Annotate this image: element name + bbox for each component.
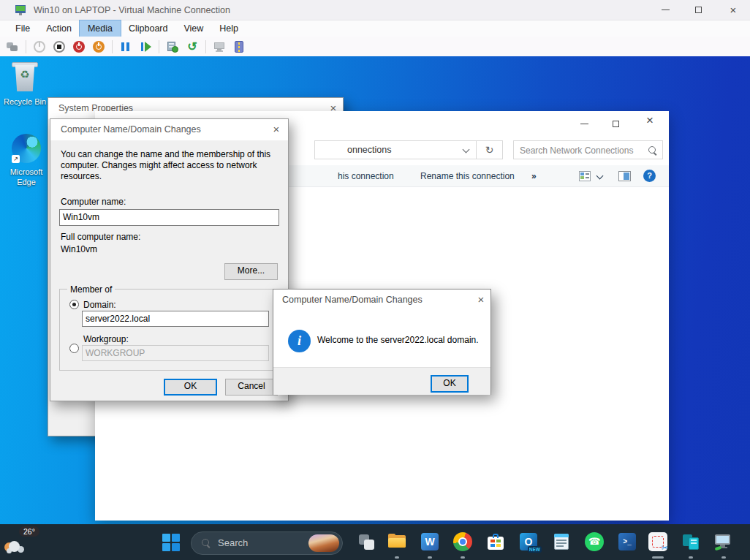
share-icon[interactable] bbox=[232, 40, 246, 53]
welcome-message: Welcome to the server2022.local domain. bbox=[317, 335, 479, 345]
hyper-v-manager-icon[interactable] bbox=[681, 532, 700, 551]
menu-help[interactable]: Help bbox=[211, 20, 246, 37]
welcome-dialog: Computer Name/Domain Changes × i Welcome… bbox=[273, 289, 491, 395]
shortcut-arrow-icon: ↗ bbox=[12, 155, 20, 163]
task-view-icon[interactable] bbox=[358, 534, 377, 553]
computer-name-dialog-title-bar: Computer Name/Domain Changes × bbox=[50, 119, 288, 140]
search-placeholder: Search Network Connections bbox=[520, 145, 633, 156]
minimize-icon[interactable] bbox=[580, 118, 588, 124]
info-icon: i bbox=[288, 330, 311, 352]
address-text: onnections bbox=[347, 145, 391, 155]
cancel-button[interactable]: Cancel bbox=[225, 379, 278, 396]
save-vm-icon[interactable] bbox=[92, 40, 105, 53]
recycle-bin-icon: ♻ bbox=[9, 61, 41, 93]
search-icon[interactable] bbox=[648, 146, 657, 155]
member-of-label: Member of bbox=[67, 284, 115, 295]
more-button[interactable]: More... bbox=[224, 263, 278, 280]
running-indicator bbox=[689, 556, 693, 559]
turn-off-vm-icon[interactable] bbox=[53, 40, 66, 53]
running-indicator bbox=[395, 556, 399, 559]
domain-radio[interactable] bbox=[69, 300, 79, 309]
word-icon[interactable]: W bbox=[420, 532, 439, 551]
computer-name-dialog-title: Computer Name/Domain Changes bbox=[61, 124, 201, 135]
active-app-indicator bbox=[652, 556, 664, 559]
diagnose-connection-command[interactable]: his connection bbox=[338, 165, 394, 187]
chevron-down-icon[interactable] bbox=[463, 146, 470, 154]
view-dropdown-icon[interactable] bbox=[596, 173, 604, 180]
edge-label-2: Edge bbox=[3, 178, 50, 186]
menu-view[interactable]: View bbox=[175, 20, 211, 37]
host-screen: Win10 on LAPTOP - Virtual Machine Connec… bbox=[0, 0, 750, 560]
vmconnect-title-bar: Win10 on LAPTOP - Virtual Machine Connec… bbox=[0, 0, 750, 20]
minimize-icon[interactable] bbox=[662, 10, 670, 10]
notepad-icon[interactable] bbox=[552, 532, 571, 551]
running-indicator bbox=[461, 556, 465, 559]
menu-file[interactable]: File bbox=[7, 20, 38, 37]
ok-button[interactable]: OK bbox=[164, 379, 217, 396]
outlook-new-badge: NEW bbox=[528, 546, 542, 553]
welcome-dialog-title: Computer Name/Domain Changes bbox=[282, 295, 423, 305]
vmconnect-window-title: Win10 on LAPTOP - Virtual Machine Connec… bbox=[34, 0, 230, 20]
edge-label-1: Microsoft bbox=[3, 167, 50, 176]
checkpoint-icon[interactable] bbox=[166, 40, 179, 53]
full-computer-name-label: Full computer name: bbox=[61, 232, 140, 242]
refresh-button[interactable]: ↻ bbox=[476, 140, 503, 159]
edge-icon: ↗ bbox=[12, 134, 41, 163]
powershell-icon[interactable]: >_ bbox=[618, 532, 637, 551]
workgroup-radio[interactable] bbox=[69, 344, 79, 353]
member-of-group: Member of Domain: server2022.local Workg… bbox=[59, 289, 279, 371]
refresh-icon: ↻ bbox=[485, 144, 494, 156]
vm-display: ♻ Recycle Bin ↗ Microsoft Edge × onnecti… bbox=[0, 56, 750, 524]
help-icon[interactable]: ? bbox=[643, 170, 656, 182]
dialog-description: You can change the name and the membersh… bbox=[61, 149, 280, 182]
start-vm-icon[interactable] bbox=[33, 40, 46, 53]
microsoft-store-icon[interactable] bbox=[486, 532, 505, 551]
computer-name-dialog: Computer Name/Domain Changes × You can c… bbox=[50, 118, 289, 401]
recycle-bin-label: Recycle Bin bbox=[2, 97, 48, 106]
running-indicator bbox=[428, 556, 432, 559]
snipping-tool-icon[interactable]: ✂ bbox=[648, 532, 667, 551]
ctrl-alt-del-icon[interactable] bbox=[6, 40, 19, 53]
enhanced-session-icon[interactable] bbox=[213, 40, 226, 53]
outlook-icon[interactable]: O NEW bbox=[519, 532, 538, 551]
close-icon[interactable]: × bbox=[728, 5, 738, 15]
computer-name-label: Computer name: bbox=[61, 197, 126, 207]
weather-cloud-icon[interactable] bbox=[3, 540, 26, 551]
vmconnect-toolbar: ↺ bbox=[0, 37, 750, 56]
weather-temperature[interactable]: 26° bbox=[19, 526, 39, 537]
view-details-icon[interactable] bbox=[579, 171, 591, 181]
host-taskbar: 26° Search W bbox=[0, 524, 750, 560]
revert-icon[interactable]: ↺ bbox=[186, 40, 199, 53]
file-explorer-icon[interactable] bbox=[387, 532, 406, 551]
shut-down-vm-icon[interactable] bbox=[72, 40, 86, 53]
search-box[interactable]: Search Network Connections bbox=[513, 140, 663, 159]
search-placeholder: Search bbox=[218, 537, 248, 548]
domain-input[interactable]: server2022.local bbox=[82, 311, 269, 327]
menu-media[interactable]: Media bbox=[80, 20, 121, 37]
ok-button[interactable]: OK bbox=[431, 375, 469, 393]
vmconnect-app-icon bbox=[15, 4, 27, 16]
close-icon[interactable]: × bbox=[645, 116, 655, 126]
full-computer-name-value: Win10vm bbox=[61, 244, 97, 254]
chrome-icon[interactable] bbox=[453, 532, 472, 551]
workgroup-input: WORKGROUP bbox=[82, 345, 269, 361]
maximize-icon[interactable] bbox=[695, 7, 702, 13]
pause-vm-icon[interactable] bbox=[119, 40, 132, 53]
close-icon[interactable]: × bbox=[270, 124, 282, 135]
start-button[interactable] bbox=[162, 534, 180, 551]
computer-name-input[interactable]: Win10vm bbox=[59, 209, 279, 226]
close-icon[interactable]: × bbox=[475, 294, 487, 306]
more-commands-chevron[interactable]: » bbox=[531, 165, 537, 187]
menu-clipboard[interactable]: Clipboard bbox=[121, 20, 176, 37]
taskbar-search[interactable]: Search bbox=[191, 531, 343, 555]
address-bar[interactable]: onnections bbox=[314, 140, 477, 159]
menu-action[interactable]: Action bbox=[38, 20, 80, 37]
whatsapp-icon[interactable]: ☎ bbox=[585, 532, 604, 551]
maximize-icon[interactable] bbox=[613, 121, 619, 127]
rename-connection-command[interactable]: Rename this connection bbox=[420, 165, 515, 187]
preview-pane-icon[interactable] bbox=[618, 171, 631, 181]
vm-connect-icon[interactable] bbox=[714, 532, 733, 551]
resume-vm-icon[interactable] bbox=[139, 40, 152, 53]
domain-label: Domain: bbox=[83, 300, 116, 310]
running-indicator bbox=[721, 556, 726, 559]
